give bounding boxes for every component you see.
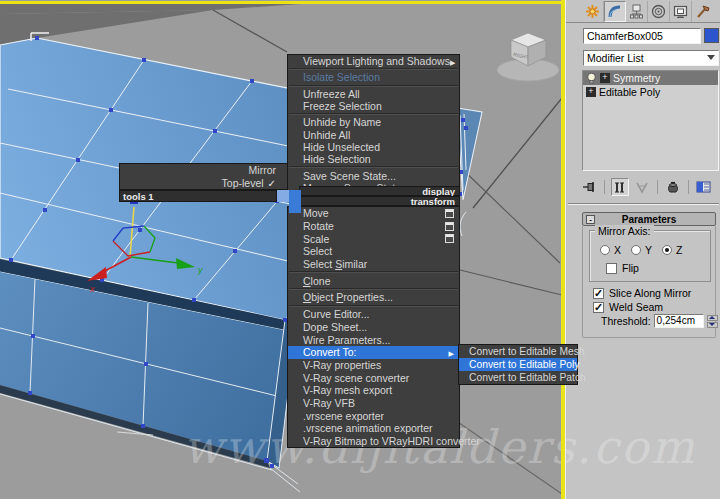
parameters-rollout-header[interactable]: - Parameters (582, 212, 716, 226)
quad-center-square (289, 190, 301, 213)
menu-item-wire-parameters[interactable]: Wire Parameters... (288, 333, 459, 346)
spinner-up-button[interactable] (707, 315, 718, 321)
rollout-collapse-button[interactable]: - (586, 215, 595, 224)
menu-separator (289, 166, 458, 168)
tab-utilities[interactable] (692, 1, 714, 22)
flip-checkbox[interactable] (606, 263, 617, 274)
tab-motion[interactable] (648, 1, 670, 22)
menu-item-unhide-by-name[interactable]: Unhide by Name (288, 116, 459, 128)
stack-item-symmetry[interactable]: + Symmetry (583, 71, 718, 85)
tab-display[interactable] (670, 1, 692, 22)
object-name-field[interactable]: ChamferBox005 (583, 28, 701, 44)
lightbulb-icon[interactable] (586, 72, 597, 84)
menu-item-v-ray-vfb[interactable]: V-Ray VFB (288, 397, 459, 410)
pin-icon (582, 180, 596, 194)
menu-item-label: Select (303, 245, 332, 257)
menu-separator (289, 113, 458, 115)
stack-item-editable-poly[interactable]: + Editable Poly (583, 85, 718, 99)
menu-separator (289, 68, 458, 70)
radio-icon[interactable] (631, 245, 641, 255)
settings-box-icon[interactable] (445, 222, 454, 231)
menu-item-dope-sheet[interactable]: Dope Sheet... (288, 321, 459, 334)
menu-item-top-level[interactable]: Top-level (120, 177, 288, 190)
menu-item-convert-to-editable-patch[interactable]: Convert to Editable Patch (459, 371, 577, 384)
menu-separator (289, 271, 458, 273)
menu-item-select[interactable]: Select (288, 245, 459, 258)
tab-hierarchy[interactable] (626, 1, 648, 22)
menu-item-save-scene-state[interactable]: Save Scene State... (288, 169, 459, 181)
menu-item-curve-editor[interactable]: Curve Editor... (288, 308, 459, 321)
menu-item-vrscene-exporter[interactable]: .vrscene exporter (288, 409, 459, 422)
mirror-axis-legend: Mirror Axis: (595, 225, 654, 237)
menu-item-v-ray-properties[interactable]: V-Ray properties (288, 359, 459, 372)
motion-icon (651, 4, 666, 19)
weld-seam-checkbox[interactable] (593, 302, 604, 313)
radio-label: Z (676, 244, 682, 256)
menu-item-label: Object Properties... (303, 291, 393, 303)
object-color-swatch[interactable] (704, 28, 719, 43)
menu-item-v-ray-bitmap-to-vrayhdri-converter[interactable]: V-Ray Bitmap to VRayHDRI converter (288, 435, 459, 448)
menu-item-hide-selection[interactable]: Hide Selection (288, 153, 459, 165)
modifier-stack: + Symmetry + Editable Poly (582, 70, 719, 171)
menu-item-vrscene-animation-exporter[interactable]: .vrscene animation exporter (288, 422, 459, 435)
menu-item-unhide-all[interactable]: Unhide All (288, 128, 459, 140)
quad-title-transform[interactable]: transform (299, 196, 460, 206)
toolbar-separator (604, 180, 605, 194)
menu-item-label: Convert to Editable Poly (469, 359, 579, 370)
menu-item-scale[interactable]: Scale (288, 232, 459, 245)
threshold-input[interactable]: 0,254cm (654, 314, 704, 328)
menu-item-label: Convert To: (303, 346, 357, 358)
menu-item-unfreeze-all[interactable]: Unfreeze All (288, 88, 459, 100)
make-unique-button[interactable] (633, 178, 651, 196)
menu-item-select-similar[interactable]: Select Similar (288, 258, 459, 271)
menu-item-convert-to[interactable]: Convert To: (288, 346, 459, 359)
quad-title-tools[interactable]: tools 1 (119, 190, 277, 202)
threshold-label: Threshold: (601, 315, 651, 327)
active-viewport-border-top (0, 1, 562, 4)
menu-item-clone[interactable]: Clone (288, 274, 459, 287)
dropdown-arrow-icon[interactable] (707, 55, 715, 60)
modifier-list-dropdown[interactable]: Modifier List (583, 50, 719, 66)
active-viewport-border-right (561, 0, 565, 499)
radio-axis-x[interactable]: X (600, 244, 621, 256)
expand-toggle-icon[interactable]: + (600, 73, 610, 83)
tab-create[interactable] (582, 1, 604, 22)
menu-item-v-ray-scene-converter[interactable]: V-Ray scene converter (288, 371, 459, 384)
radio-axis-y[interactable]: Y (631, 244, 652, 256)
menu-item-label: Hide Unselected (303, 141, 380, 153)
menu-item-freeze-selection[interactable]: Freeze Selection (288, 100, 459, 112)
quad-title-display[interactable]: display (299, 186, 460, 196)
expand-toggle-icon[interactable]: + (586, 87, 596, 97)
menu-item-hide-unselected[interactable]: Hide Unselected (288, 141, 459, 153)
slice-checkbox-row[interactable]: Slice Along Mirror (593, 287, 691, 299)
radio-axis-z[interactable]: Z (662, 244, 682, 256)
viewport-canvas[interactable]: x y RIGHT (0, 0, 562, 499)
menu-item-convert-to-editable-poly[interactable]: Convert to Editable Poly (459, 358, 577, 371)
flip-checkbox-row[interactable]: Flip (606, 262, 639, 274)
radio-icon[interactable] (662, 245, 672, 255)
menu-item-label: Dope Sheet... (303, 321, 367, 333)
settings-box-icon[interactable] (445, 234, 454, 243)
slice-along-mirror-checkbox[interactable] (593, 288, 604, 299)
menu-item-convert-to-editable-mesh[interactable]: Convert to Editable Mesh (459, 345, 577, 358)
menu-item-rotate[interactable]: Rotate (288, 220, 459, 233)
settings-box-icon[interactable] (445, 209, 454, 218)
weld-checkbox-row[interactable]: Weld Seam (593, 301, 663, 313)
show-end-result-button[interactable] (611, 178, 629, 196)
menu-item-move[interactable]: Move (288, 207, 459, 220)
menu-item-object-properties[interactable]: Object Properties... (288, 291, 459, 304)
tab-modify[interactable] (604, 1, 626, 22)
menu-item-mirror[interactable]: Mirror (120, 164, 288, 177)
application-window: x y RIGHT www.dijitalders.com MirrorTop-… (0, 0, 720, 499)
menu-item-v-ray-mesh-export[interactable]: V-Ray mesh export (288, 384, 459, 397)
configure-modifier-sets-button[interactable] (695, 178, 713, 196)
remove-modifier-button[interactable] (664, 178, 682, 196)
spinner-down-button[interactable] (707, 322, 718, 328)
menu-item-label: .vrscene exporter (303, 410, 384, 422)
menu-item-label: .vrscene animation exporter (303, 422, 433, 434)
toolbar-separator (657, 180, 658, 194)
pin-stack-button[interactable] (580, 178, 598, 196)
radio-icon[interactable] (600, 245, 610, 255)
menu-item-viewport-lighting-and-shadows[interactable]: Viewport Lighting and Shadows (288, 55, 459, 67)
menu-item-isolate-selection[interactable]: Isolate Selection (288, 71, 459, 83)
